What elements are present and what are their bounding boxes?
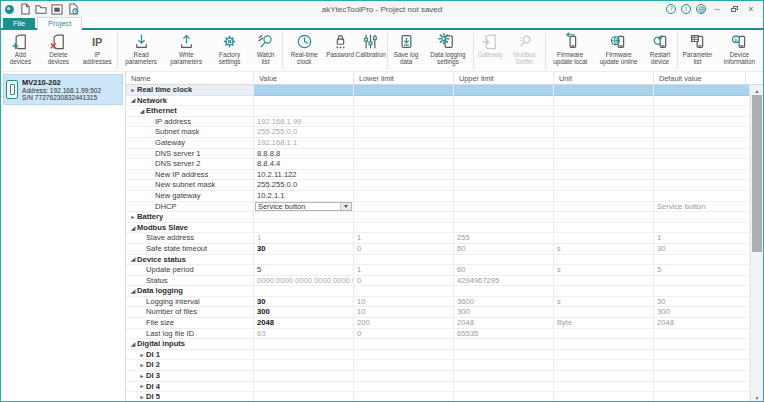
restore-icon[interactable] <box>728 4 740 15</box>
table-row-di-2[interactable]: ▸DI 2 <box>126 360 750 371</box>
column-header-lower-limit[interactable]: Lower limit <box>354 72 454 84</box>
param-value-cell[interactable]: 2048 <box>254 318 354 329</box>
param-value-cell[interactable]: 255.255.0.0 <box>254 127 354 138</box>
expand-icon[interactable]: ▸ <box>129 212 137 222</box>
column-header-upper-limit[interactable]: Upper limit <box>454 72 554 84</box>
param-value-cell[interactable]: 255.255.0.0 <box>254 180 354 191</box>
chevron-down-icon[interactable] <box>340 203 351 210</box>
table-row-network[interactable]: ◢Network <box>126 96 750 107</box>
table-row-digital-inputs[interactable]: ◢Digital inputs <box>126 339 750 350</box>
table-row-ethernet[interactable]: ◢Ethernet <box>126 106 750 117</box>
tab-file[interactable]: File <box>3 18 35 30</box>
toolbar-data-logging-settings-button[interactable]: Data logging settings <box>423 31 472 71</box>
table-row-new-subnet-mask[interactable]: New subnet mask255.255.0.0 <box>126 180 750 191</box>
param-value-cell[interactable]: 8.8.8.8 <box>254 149 354 160</box>
param-value-cell[interactable]: 30 <box>254 297 354 308</box>
param-value-cell[interactable]: 0000 0000 0000 0000 0000 0000 0000 0000 <box>254 276 354 287</box>
expand-icon[interactable]: ▸ <box>138 392 146 402</box>
expand-icon[interactable]: ▸ <box>138 360 146 370</box>
column-header-default-value[interactable]: Default value <box>654 72 746 84</box>
vertical-scrollbar[interactable]: ▲ ▼ <box>750 85 763 402</box>
open-project-icon[interactable] <box>35 3 47 15</box>
table-row-dns-server-2[interactable]: DNS server 28.8.4.4 <box>126 159 750 170</box>
table-row-logging-interval[interactable]: Logging interval30103600s30 <box>126 297 750 308</box>
collapse-icon[interactable]: ◢ <box>129 286 137 296</box>
dhcp-dropdown[interactable]: Service button <box>255 202 352 211</box>
param-value-cell[interactable]: 300 <box>254 307 354 318</box>
table-row-file-size[interactable]: File size20482002048Byte2048 <box>126 318 750 329</box>
table-row-number-of-files[interactable]: Number of files30010300300 <box>126 307 750 318</box>
save-project-icon[interactable] <box>51 3 63 15</box>
param-value-cell[interactable]: 192.168.1.99 <box>254 117 354 128</box>
table-row-update-period[interactable]: Update period5160s5 <box>126 265 750 276</box>
toolbar-delete-devices-button[interactable]: Delete devices <box>38 31 79 71</box>
table-row-real-time-clock[interactable]: ▸Real time clock <box>126 85 750 96</box>
table-row-modbus-slave[interactable]: ◢Modbus Slave <box>126 223 750 234</box>
toolbar-calibration-button[interactable]: Calibration <box>355 31 386 71</box>
table-row-status[interactable]: Status0000 0000 0000 0000 0000 0000 0000… <box>126 276 750 287</box>
toolbar-watch-list-button[interactable]: Watch list <box>251 31 281 71</box>
table-row-ip-address[interactable]: IP address192.168.1.99 <box>126 117 750 128</box>
tab-project[interactable]: Project <box>37 17 82 30</box>
table-row-di-5[interactable]: ▸DI 5 <box>126 392 750 402</box>
toolbar-write-parameters-button[interactable]: Write parameters <box>164 31 209 71</box>
language-globe-icon[interactable] <box>696 4 706 14</box>
collapse-icon[interactable]: ◢ <box>129 223 137 233</box>
param-value-cell[interactable]: 192.168.1.1 <box>254 138 354 149</box>
param-value-cell[interactable]: 10.2.11.122 <box>254 170 354 181</box>
expand-icon[interactable]: ▸ <box>138 382 146 392</box>
table-row-safe-state-timeout[interactable]: Safe state timeout30060s30 <box>126 244 750 255</box>
toolbar-save-log-data-button[interactable]: Save log data <box>389 31 423 71</box>
toolbar-firmware-update-local-button[interactable]: Firmware update local <box>547 31 594 71</box>
toolbar-firmware-update-online-button[interactable]: Firmware update online <box>594 31 644 71</box>
toolbar-add-devices-button[interactable]: Add devices <box>3 31 38 71</box>
scrollbar-thumb[interactable] <box>752 95 762 252</box>
new-project-icon[interactable] <box>19 3 31 15</box>
toolbar-parameter-list-button[interactable]: Parameter list <box>679 31 716 71</box>
table-row-dns-server-1[interactable]: DNS server 18.8.8.8 <box>126 149 750 160</box>
toolbar-password-button[interactable]: Password <box>325 31 355 71</box>
collapse-icon[interactable]: ◢ <box>129 96 137 106</box>
column-header-name[interactable]: Name <box>126 72 254 84</box>
toolbar-device-information-button[interactable]: Device information <box>716 31 763 71</box>
table-row-subnet-mask[interactable]: Subnet mask255.255.0.0 <box>126 127 750 138</box>
minimize-icon[interactable]: – <box>711 4 723 15</box>
collapse-icon[interactable]: ◢ <box>129 339 137 349</box>
param-value-cell[interactable]: 10.2.1.1 <box>254 191 354 202</box>
param-value-cell[interactable]: 5 <box>254 265 354 276</box>
table-row-device-status[interactable]: ◢Device status <box>126 255 750 266</box>
toolbar-realtime-clock-button[interactable]: Real-time clock <box>283 31 325 71</box>
param-value-cell[interactable]: 63 <box>254 329 354 340</box>
expand-icon[interactable]: ▸ <box>129 85 137 95</box>
toolbar-restart-device-button[interactable]: Restart device <box>644 31 677 71</box>
info-icon[interactable]: i <box>681 4 691 14</box>
close-icon[interactable]: × <box>745 4 757 15</box>
expand-icon[interactable]: ▸ <box>138 350 146 360</box>
toolbar-read-parameters-button[interactable]: Read parameters <box>118 31 163 71</box>
param-value-cell[interactable]: 8.8.4.4 <box>254 159 354 170</box>
table-row-slave-address[interactable]: Slave address112551 <box>126 233 750 244</box>
table-row-battery[interactable]: ▸Battery <box>126 212 750 223</box>
table-row-new-ip-address[interactable]: New IP address10.2.11.122 <box>126 170 750 181</box>
table-row-di-4[interactable]: ▸DI 4 <box>126 382 750 393</box>
help-icon[interactable]: ? <box>666 4 676 14</box>
table-row-di-3[interactable]: ▸DI 3 <box>126 371 750 382</box>
collapse-icon[interactable]: ◢ <box>138 106 146 116</box>
table-row-dhcp[interactable]: DHCPService buttonService button <box>126 202 750 213</box>
table-row-last-log-file-id[interactable]: Last log file ID63065535 <box>126 329 750 340</box>
param-value-cell[interactable]: 1 <box>254 233 354 244</box>
table-row-gateway[interactable]: Gateway192.168.1.1 <box>126 138 750 149</box>
param-value-cell[interactable]: 30 <box>254 244 354 255</box>
column-header-unit[interactable]: Unit <box>554 72 654 84</box>
column-header-value[interactable]: Value <box>254 72 354 84</box>
table-row-new-gateway[interactable]: New gateway10.2.1.1 <box>126 191 750 202</box>
toolbar-factory-settings-button[interactable]: Factory settings <box>209 31 251 71</box>
scroll-down-icon[interactable]: ▼ <box>751 392 763 402</box>
table-row-data-logging[interactable]: ◢Data logging <box>126 286 750 297</box>
device-card[interactable]: MV210-202 Address: 192.168.1.99:502 S/N … <box>3 74 123 105</box>
expand-icon[interactable]: ▸ <box>138 371 146 381</box>
table-row-di-1[interactable]: ▸DI 1 <box>126 350 750 361</box>
toolbar-ip-addresses-button[interactable]: IPIP addresses <box>79 31 116 71</box>
project-settings-icon[interactable] <box>67 3 79 15</box>
collapse-icon[interactable]: ◢ <box>129 255 137 265</box>
